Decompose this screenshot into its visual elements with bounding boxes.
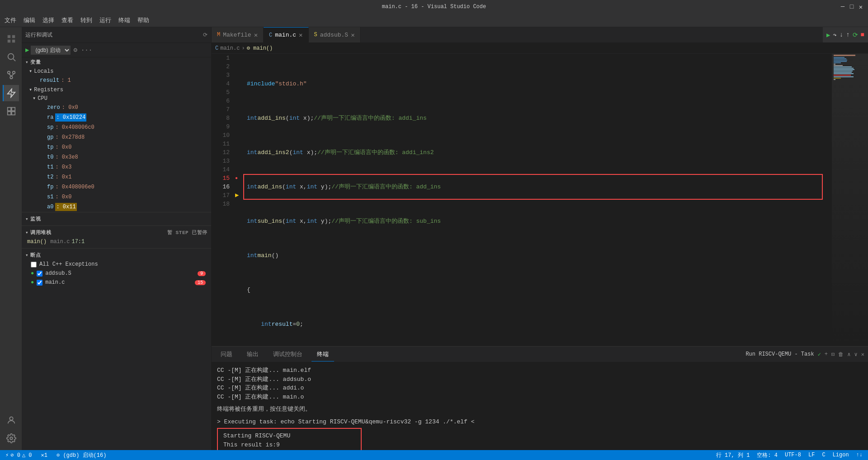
code-line-5: int sub_ins(int x, int y); //声明一下汇编语言中的函… (247, 217, 832, 225)
panel-tab-terminal[interactable]: 终端 (311, 347, 334, 361)
menu-edit[interactable]: 编辑 (24, 16, 35, 24)
locals-group: ▾ Locals result : 1 (22, 67, 211, 85)
tab-makefile[interactable]: M Makefile ✕ (212, 27, 264, 42)
activity-account[interactable] (3, 412, 19, 428)
activity-explorer[interactable] (3, 31, 19, 47)
debug-more-icon[interactable]: ··· (80, 46, 93, 55)
program-output-box: Starting RISCV-QEMU This result is:9 Thi… (217, 428, 362, 450)
tab-mainc[interactable]: C main.c ✕ (264, 27, 308, 42)
activity-debug[interactable] (3, 85, 19, 101)
debug-config-select[interactable]: (gdb) 启动 (31, 46, 71, 55)
panel-tab-debug-console[interactable]: 调试控制台 (268, 347, 308, 361)
var-result[interactable]: result : 1 (25, 75, 211, 85)
panel-split-btn[interactable]: ⊡ (831, 351, 835, 358)
locals-header[interactable]: ▾ Locals (25, 67, 211, 75)
status-debug[interactable]: ⚡ ⊘ 0 △ 0 (4, 452, 34, 459)
activity-extensions[interactable] (3, 103, 19, 119)
bottom-panels: 问题 输出 调试控制台 终端 Run RISCV-QEMU - Task ✓ +… (212, 346, 868, 450)
tab-makefile-close[interactable]: ✕ (254, 31, 258, 39)
tab-addsub-close[interactable]: ✕ (351, 31, 354, 39)
svg-point-3 (13, 71, 15, 74)
watch-header[interactable]: ▾ 监视 (22, 214, 211, 224)
status-encoding[interactable]: UTF-8 (783, 451, 803, 459)
reg-gp[interactable]: gp : 0x278d8 (29, 132, 211, 142)
status-user[interactable]: Ligon (831, 451, 851, 459)
menu-file[interactable]: 文件 (5, 16, 16, 24)
close-button[interactable]: ✕ (858, 4, 863, 9)
cpu-group: ▾ CPU zero : 0x0 ra : 0x10224 sp : 0x408… (25, 94, 211, 212)
maximize-button[interactable]: □ (849, 4, 854, 9)
menu-goto[interactable]: 转到 (80, 16, 92, 24)
reg-ra[interactable]: ra : 0x10224 (29, 113, 211, 122)
reg-s1[interactable]: s1 : 0x0 (29, 192, 211, 202)
callstack-frame-main[interactable]: main() main.c 17:1 (22, 237, 211, 246)
reg-a0[interactable]: a0 : 0x11 (29, 202, 211, 212)
bp-addsub[interactable]: ● addsub.S 9 (22, 269, 211, 278)
activity-source-control[interactable] (3, 67, 19, 83)
reg-fp[interactable]: fp : 0x408006e0 (29, 182, 211, 192)
status-debug-badge[interactable]: ⊙ (gdb) 启动(16) (55, 451, 108, 459)
debug-step-into-icon[interactable]: ↓ (840, 31, 843, 38)
menu-help[interactable]: 帮助 (137, 16, 149, 24)
status-spaces[interactable]: 空格: 4 (755, 451, 779, 459)
variables-section-header[interactable]: ▾ 变量 (22, 57, 211, 67)
status-git[interactable]: ✕1 (39, 452, 49, 459)
output-line-3: This result is:0 (223, 449, 355, 450)
menu-select[interactable]: 选择 (42, 16, 54, 24)
breakpoints-header[interactable]: ▾ 断点 (22, 250, 211, 260)
panel-trash-btn[interactable]: 🗑 (838, 351, 844, 358)
reg-sp[interactable]: sp : 0x408006c0 (29, 122, 211, 132)
panel-close-btn[interactable]: ✕ (861, 351, 864, 358)
menu-run[interactable]: 运行 (99, 16, 111, 24)
panel-add-btn[interactable]: + (825, 351, 828, 357)
panel-chevron-down[interactable]: ∨ (854, 351, 858, 358)
registers-header[interactable]: ▾ Registers (25, 85, 211, 94)
debug-step-over-icon[interactable]: ↷ (833, 31, 836, 39)
cpu-header[interactable]: ▾ CPU (29, 94, 211, 103)
activity-settings[interactable] (3, 430, 19, 446)
bp-mainc[interactable]: ● main.c 15 (22, 278, 211, 287)
debug-restart-icon[interactable]: ⟳ (853, 31, 858, 39)
line-num-16: 16 (212, 183, 230, 191)
activity-search[interactable] (3, 49, 19, 65)
panel-chevron-up[interactable]: ∧ (847, 351, 850, 358)
bp-cpp-exceptions[interactable]: All C++ Exceptions (22, 260, 211, 269)
reg-t0[interactable]: t0 : 0x3e8 (29, 152, 211, 162)
line-num-7: 7 (212, 105, 230, 114)
minimize-button[interactable]: ─ (840, 4, 845, 9)
main-layout: 运行和调试 ⟳ ▶ (gdb) 启动 ⚙ ··· ▾ 变量 ▾ Locals (0, 27, 868, 450)
debug-step-out-icon[interactable]: ↑ (846, 31, 849, 38)
code-content[interactable]: #include "stdio.h" int addi_ins(int x); … (243, 54, 832, 346)
reg-t2[interactable]: t2 : 0x1 (29, 172, 211, 182)
tab-addsub[interactable]: S addsub.S ✕ (309, 27, 361, 42)
terminal-content[interactable]: CC -[M] 正在构建... main.elf CC -[M] 正在构建...… (212, 362, 868, 450)
breadcrumb: C main.c › ⚙ main() (212, 43, 868, 54)
menu-terminal[interactable]: 终端 (118, 16, 130, 24)
reg-tp[interactable]: tp : 0x0 (29, 142, 211, 152)
minimap-content (832, 54, 868, 346)
sidebar-icon-refresh[interactable]: ⟳ (203, 32, 208, 38)
bp-cpp-checkbox[interactable] (31, 262, 37, 268)
debug-continue-icon[interactable]: ▶ (826, 31, 830, 39)
reg-t1[interactable]: t1 : 0x3 (29, 162, 211, 172)
panel-tab-problems[interactable]: 问题 (215, 347, 238, 361)
svg-rect-8 (8, 108, 11, 111)
callstack-header[interactable]: ▾ 调用堆栈 暂 STEP 已暂停 (22, 228, 211, 237)
line-num-6: 6 (212, 97, 230, 105)
tab-mainc-close[interactable]: ✕ (299, 31, 302, 39)
bp-addsub-checkbox[interactable] (37, 271, 42, 277)
line-num-9: 9 (212, 122, 230, 131)
menu-view[interactable]: 查看 (61, 16, 73, 24)
terminal-reuse-msg: 终端将被任务重用，按任意键关闭。 (217, 405, 863, 414)
bp-mainc-checkbox[interactable] (37, 280, 42, 286)
status-line-col[interactable]: 行 17, 列 1 (714, 451, 751, 459)
debug-settings-icon[interactable]: ⚙ (72, 45, 78, 55)
status-sync[interactable]: ↑↓ (854, 451, 864, 459)
debug-stop-icon[interactable]: ■ (861, 31, 864, 38)
panel-tab-output[interactable]: 输出 (241, 347, 264, 361)
status-eol[interactable]: LF (807, 451, 816, 459)
reg-zero[interactable]: zero : 0x0 (29, 103, 211, 113)
line-num-5: 5 (212, 88, 230, 97)
line-num-2: 2 (212, 62, 230, 71)
status-language[interactable]: C (820, 451, 827, 459)
